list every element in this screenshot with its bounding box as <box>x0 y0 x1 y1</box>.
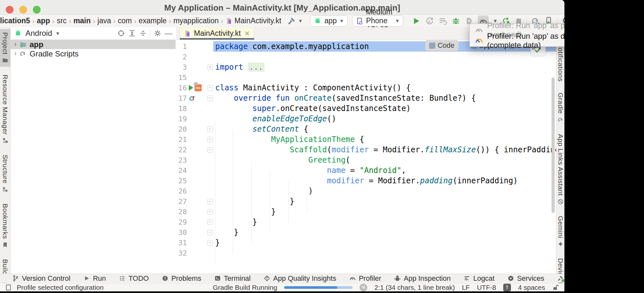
chevron-down-icon[interactable]: ▼ <box>55 31 60 36</box>
fold-marker[interactable]: − <box>207 209 213 215</box>
fold-marker[interactable]: − <box>207 137 213 142</box>
toolwindow-button-todo[interactable]: TODO <box>119 274 149 283</box>
fold-marker[interactable]: − <box>207 126 213 132</box>
tab-mainactivity[interactable]: MainActivity.kt ✕ <box>180 27 254 39</box>
toolwindow-button-app-quality-insights[interactable]: App Quality Insights <box>264 274 336 283</box>
breadcrumb-item[interactable]: java <box>98 16 111 25</box>
terminal-icon <box>214 275 221 282</box>
stripe-item-resource-manager[interactable]: Resource Manager <box>0 71 10 147</box>
code-line[interactable]: 21− MyApplicationTheme { <box>176 134 556 145</box>
run-with-list-icon[interactable] <box>438 16 447 25</box>
toolwindow-button-terminal[interactable]: Terminal <box>214 274 251 283</box>
code-line[interactable]: 29− } <box>176 217 556 227</box>
fold-marker[interactable]: − <box>207 85 213 91</box>
hide-panel-icon[interactable]: — <box>165 29 172 38</box>
code-area[interactable]: 1package com.example.myapplication23+imp… <box>176 41 556 274</box>
code-line[interactable]: 28− } <box>176 207 556 217</box>
toolwindow-button-problems[interactable]: Problems <box>162 274 201 283</box>
notifications-widget-icon[interactable]: ! <box>503 284 511 291</box>
tree-row-gradle-scripts[interactable]: ›Gradle Scripts <box>11 49 176 58</box>
code-line[interactable]: 23 Greeting( <box>176 155 556 165</box>
stripe-item-project[interactable]: Project <box>0 29 10 67</box>
stripe-item-structure[interactable]: Structure <box>0 151 10 196</box>
indent-widget[interactable]: 4 spaces <box>518 284 545 291</box>
code-line[interactable]: 24 name = "Android", <box>176 165 556 176</box>
mode-button-code[interactable]: Code <box>425 40 458 51</box>
profiler-menu-item[interactable]: Profiler: Run 'app' as debuggable (compl… <box>470 35 564 45</box>
expand-all-icon[interactable] <box>128 29 136 37</box>
overriding-method-icon[interactable] <box>189 95 196 102</box>
stripe-item-bookmarks[interactable]: Bookmarks <box>0 200 10 251</box>
breadcrumb-item[interactable]: example <box>139 16 167 25</box>
device-select[interactable]: Medium Phone API 35 ▼ <box>352 15 403 26</box>
toolwindow-button-app-inspection[interactable]: App Inspection <box>394 274 451 283</box>
code-line[interactable]: 17− override fun onCreate(savedInstanceS… <box>176 93 556 103</box>
breadcrumb-item[interactable]: src <box>57 16 67 25</box>
fold-marker[interactable]: − <box>207 199 213 204</box>
code-line[interactable]: 3+import ... <box>176 62 556 72</box>
code-line[interactable]: 25 modifier = Modifier.padding(innerPadd… <box>176 176 556 186</box>
code-line[interactable]: 2 <box>176 52 556 62</box>
code-text: override fun onCreate(savedInstanceState… <box>213 93 556 103</box>
run-button[interactable] <box>412 16 421 25</box>
layout-widget-icon[interactable] <box>5 284 12 291</box>
line-ending-widget[interactable]: LF <box>462 284 470 291</box>
rerun-coverage-icon[interactable]: A <box>425 16 434 25</box>
unlock-icon[interactable] <box>552 284 559 291</box>
panel-settings-gear-icon[interactable] <box>154 29 161 37</box>
caret-position-widget[interactable]: 2:1 (34 chars, 1 line break) <box>374 284 455 291</box>
select-opened-file-icon[interactable] <box>117 29 125 37</box>
breadcrumb-item[interactable]: lication5 <box>0 16 30 25</box>
run-line-icon[interactable] <box>189 85 193 91</box>
collapse-all-icon[interactable] <box>139 29 147 37</box>
fold-marker[interactable]: − <box>207 147 213 153</box>
fold-marker[interactable]: − <box>207 240 213 246</box>
close-tab-icon[interactable]: ✕ <box>244 30 250 37</box>
stripe-item-gradle[interactable]: Gradle <box>556 89 564 126</box>
breadcrumb-item[interactable]: com <box>118 16 132 25</box>
editor-scrollbar[interactable] <box>552 77 555 213</box>
code-line[interactable]: 32 <box>176 248 556 258</box>
diamond-icon <box>264 275 270 282</box>
code-line[interactable]: 27− } <box>176 196 556 207</box>
code-line[interactable]: 31−} <box>176 237 556 248</box>
toolwindow-button-version-control[interactable]: Version Control <box>12 274 70 283</box>
code-line[interactable]: 26 ) <box>176 186 556 196</box>
code-line[interactable]: 22− Scaffold(modifier = Modifier.fillMax… <box>176 145 556 155</box>
stripe-item-gemini[interactable]: Gemini <box>556 213 564 251</box>
code-text: } <box>213 217 556 227</box>
breadcrumb-item[interactable]: myapplication <box>173 16 219 25</box>
mode-button-label: Code <box>437 41 455 50</box>
cancel-build-button[interactable]: ✕ <box>360 284 367 291</box>
tree-row-app[interactable]: ›app <box>11 40 176 49</box>
breadcrumb-item[interactable]: MainActivity.kt <box>235 16 281 25</box>
chevron-right-icon[interactable]: › <box>14 49 16 58</box>
stripe-item-app-links-assistant[interactable]: App Links Assistant <box>556 131 564 208</box>
toolwindow-button-services[interactable]: Services <box>507 274 544 283</box>
code-line[interactable]: 16<>−class MainActivity : ComponentActiv… <box>176 83 556 93</box>
run-configuration-select[interactable]: app ▼ <box>310 15 348 26</box>
fold-marker[interactable]: + <box>207 65 213 70</box>
toolwindow-button-logcat[interactable]: Logcat <box>464 274 495 283</box>
project-view-select[interactable]: Android <box>25 29 52 38</box>
build-dropdown-icon[interactable]: ▼ <box>298 18 303 24</box>
toolwindow-button-profiler[interactable]: Profiler <box>349 274 381 283</box>
fold-marker[interactable]: − <box>207 230 213 235</box>
breadcrumb-item[interactable]: main <box>73 16 91 25</box>
fold-marker[interactable]: − <box>207 219 213 225</box>
encoding-widget[interactable]: UTF-8 <box>477 284 496 291</box>
toolwindow-button-build[interactable]: Build <box>557 274 564 283</box>
build-hammer-icon[interactable] <box>287 16 296 25</box>
app-folder-icon <box>19 41 27 48</box>
chevron-right-icon[interactable]: › <box>14 40 16 48</box>
code-line[interactable]: 19 enableEdgeToEdge() <box>176 114 556 124</box>
code-line[interactable]: 18 super.onCreate(savedInstanceState) <box>176 103 556 114</box>
breadcrumb-item[interactable]: app <box>37 16 50 25</box>
debug-button[interactable] <box>451 16 460 25</box>
code-line[interactable]: 30− } <box>176 227 556 237</box>
status-message: Profile selected configuration <box>17 284 104 291</box>
code-line[interactable]: 15 <box>176 72 556 83</box>
toolwindow-button-run[interactable]: Run <box>83 274 106 283</box>
fold-marker[interactable]: − <box>207 96 213 101</box>
code-line[interactable]: 20− setContent { <box>176 124 556 134</box>
